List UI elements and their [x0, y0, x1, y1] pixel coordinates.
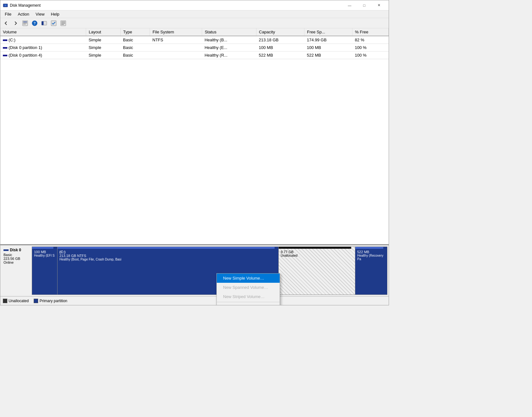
disk-type: Basic [3, 253, 30, 257]
volume-icon-2 [3, 55, 7, 56]
disk-management-window: Disk Management — □ ✕ File Action View H… [0, 0, 389, 305]
svg-rect-5 [23, 23, 27, 24]
properties-button[interactable] [21, 19, 30, 27]
check-button[interactable] [49, 19, 58, 27]
context-menu-separator [217, 302, 280, 302]
app-icon [3, 3, 8, 8]
resize-button[interactable] [40, 19, 49, 27]
efi-size: 100 MB [34, 250, 55, 254]
table-header-row: Volume Layout Type File System Status Ca… [0, 28, 389, 36]
recovery-desc: Healthy (Recovery Pa [357, 254, 385, 261]
svg-text:?: ? [34, 22, 36, 25]
recovery-size: 522 MB [357, 250, 385, 254]
cell-capacity-0: 213.18 GB [256, 36, 304, 44]
context-menu-item-properties[interactable]: Properties [217, 303, 280, 305]
legend-unallocated: Unallocated [3, 299, 29, 303]
col-filesystem: File System [150, 28, 202, 36]
col-layout: Layout [86, 28, 120, 36]
cell-type-1: Basic [120, 44, 150, 52]
cell-free-2: 522 MB [304, 52, 352, 59]
cell-free-0: 174.99 GB [304, 36, 352, 44]
svg-rect-14 [61, 23, 65, 24]
forward-button[interactable] [11, 19, 20, 27]
cell-capacity-1: 100 MB [256, 44, 304, 52]
partition-recovery[interactable]: 522 MB Healthy (Recovery Pa [355, 247, 387, 295]
unalloc-desc: Unallocated [281, 254, 353, 257]
cell-free-1: 100 MB [304, 44, 352, 52]
col-type: Type [120, 28, 150, 36]
c-name: (C:) [59, 250, 276, 254]
efi-desc: Healthy (EFI S [34, 254, 55, 257]
context-menu: New Simple Volume… New Spanned Volume… N… [216, 273, 280, 305]
table-row[interactable]: (Disk 0 partition 4) Simple Basic Health… [0, 52, 389, 59]
cell-layout-0: Simple [86, 36, 120, 44]
svg-rect-4 [23, 22, 27, 22]
legend-unallocated-label: Unallocated [9, 299, 29, 303]
cell-layout-2: Simple [86, 52, 120, 59]
volume-icon-0 [3, 39, 7, 41]
svg-rect-6 [23, 24, 26, 24]
context-menu-item-new-striped: New Striped Volume… [217, 292, 280, 301]
cell-volume-1: (Disk 0 partition 1) [0, 44, 86, 52]
unalloc-size: 9.77 GB [281, 250, 353, 254]
window-controls: — □ ✕ [342, 0, 386, 10]
cell-fs-0: NTFS [150, 36, 202, 44]
legend-unallocated-box [3, 299, 7, 303]
menu-bar: File Action View Help [0, 10, 389, 18]
close-button[interactable]: ✕ [372, 0, 386, 10]
help-button[interactable]: ? [30, 19, 39, 27]
content-area: Volume Layout Type File System Status Ca… [0, 28, 389, 305]
legend-primary-box [34, 299, 38, 303]
menu-file[interactable]: File [2, 11, 15, 17]
cell-volume-0: (C:) [0, 36, 86, 44]
disk-name: Disk 0 [10, 248, 21, 252]
col-free: Free Sp... [304, 28, 352, 36]
volume-table: Volume Layout Type File System Status Ca… [0, 28, 389, 59]
cell-capacity-2: 522 MB [256, 52, 304, 59]
legend-primary-label: Primary partition [39, 299, 67, 303]
back-button[interactable] [2, 19, 10, 27]
cell-fs-1 [150, 44, 202, 52]
legend-bar: Unallocated Primary partition [0, 296, 389, 305]
disk-size: 223.56 GB [3, 257, 30, 261]
c-desc: Healthy (Boot, Page File, Crash Dump, Ba… [59, 258, 276, 261]
cell-type-0: Basic [120, 36, 150, 44]
cell-pct-2: 100 % [352, 52, 389, 59]
table-row[interactable]: (Disk 0 partition 1) Simple Basic Health… [0, 44, 389, 52]
maximize-button[interactable]: □ [357, 0, 372, 10]
toolbar: ? [0, 18, 389, 28]
menu-help[interactable]: Help [48, 11, 63, 17]
context-menu-item-new-spanned: New Spanned Volume… [217, 283, 280, 292]
more-button[interactable] [59, 19, 68, 27]
minimize-button[interactable]: — [342, 0, 357, 10]
col-status: Status [202, 28, 256, 36]
cell-status-1: Healthy (E... [202, 44, 256, 52]
col-pct: % Free [352, 28, 389, 36]
col-volume: Volume [0, 28, 86, 36]
col-capacity: Capacity [256, 28, 304, 36]
context-menu-item-new-simple[interactable]: New Simple Volume… [217, 274, 280, 283]
partition-unallocated[interactable]: 9.77 GB Unallocated [279, 247, 355, 295]
menu-view[interactable]: View [32, 11, 48, 17]
cell-fs-2 [150, 52, 202, 59]
partition-efi[interactable]: 100 MB Healthy (EFI S [32, 247, 58, 295]
svg-point-2 [5, 5, 6, 6]
volume-table-area: Volume Layout Type File System Status Ca… [0, 28, 389, 245]
cell-pct-1: 100 % [352, 44, 389, 52]
cell-volume-2: (Disk 0 partition 4) [0, 52, 86, 59]
window-title: Disk Management [10, 3, 342, 8]
disk-visual-area: Disk 0 Basic 223.56 GB Online 100 MB Hea… [0, 245, 389, 296]
cell-layout-1: Simple [86, 44, 120, 52]
cell-status-0: Healthy (B... [202, 36, 256, 44]
cell-status-2: Healthy (R... [202, 52, 256, 59]
disk-label: Disk 0 Basic 223.56 GB Online [2, 247, 32, 295]
disk-row-0: Disk 0 Basic 223.56 GB Online 100 MB Hea… [0, 247, 389, 295]
volume-icon-1 [3, 47, 7, 49]
menu-action[interactable]: Action [15, 11, 32, 17]
legend-primary: Primary partition [34, 299, 67, 303]
table-row[interactable]: (C:) Simple Basic NTFS Healthy (B... 213… [0, 36, 389, 44]
disk-partitions: 100 MB Healthy (EFI S (C:) 213.18 GB NTF… [32, 247, 387, 295]
disk-icon [3, 249, 9, 251]
cell-type-2: Basic [120, 52, 150, 59]
disk-status: Online [3, 261, 30, 264]
